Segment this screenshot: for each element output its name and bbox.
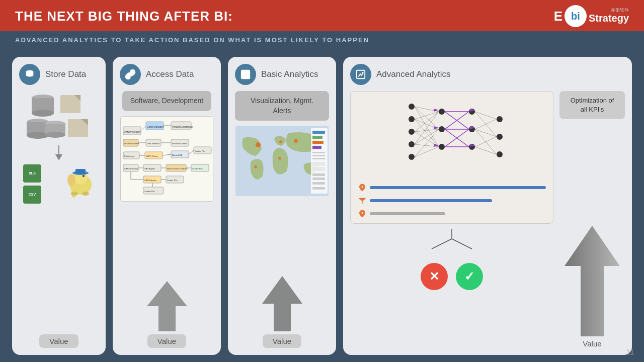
store-value-badge: Value bbox=[39, 334, 78, 348]
x-mark: ✕ bbox=[429, 269, 439, 284]
card-advanced-analytics: Advanced Analytics bbox=[343, 57, 632, 355]
store-data-label: Store Data bbox=[45, 69, 86, 79]
filter-icon-1 bbox=[358, 183, 367, 192]
svg-point-3 bbox=[32, 110, 54, 117]
filter-row-3 bbox=[358, 209, 546, 218]
access-arrow-svg bbox=[147, 281, 187, 331]
card-store-data: Store Data bbox=[12, 57, 106, 355]
world-map-svg bbox=[235, 126, 329, 196]
svg-text:Scatter Plot: Scatter Plot bbox=[192, 167, 203, 170]
svg-marker-146 bbox=[565, 226, 620, 336]
adv-left: ✕ ✓ bbox=[350, 91, 553, 348]
filter-row-1 bbox=[358, 183, 546, 192]
arrow-down-store bbox=[55, 145, 62, 160]
svg-rect-89 bbox=[312, 173, 325, 176]
svg-line-138 bbox=[475, 119, 497, 129]
elephant-svg bbox=[64, 167, 95, 202]
svg-point-107 bbox=[497, 134, 503, 140]
access-icon-circle bbox=[120, 64, 141, 85]
svg-rect-81 bbox=[312, 136, 323, 139]
logo-bi-circle: bi bbox=[565, 5, 587, 27]
card-access-data: Access Data Software, Development AMQP R… bbox=[113, 57, 221, 355]
adv-arrow-container: Value bbox=[565, 125, 620, 348]
svg-line-114 bbox=[415, 119, 439, 147]
nn-box bbox=[350, 91, 553, 224]
svg-point-74 bbox=[256, 142, 261, 147]
adv-right: Optimization of all KPI's Value bbox=[559, 91, 625, 348]
svg-point-11 bbox=[45, 132, 65, 138]
filter-icon-3 bbox=[358, 209, 367, 218]
basic-analytics-label: Basic Analytics bbox=[261, 69, 318, 79]
advanced-analytics-label: Advanced Analytics bbox=[376, 69, 450, 79]
svg-text:SAS Applier: SAS Applier bbox=[144, 167, 155, 170]
svg-rect-85 bbox=[312, 155, 325, 156]
filter-bar-short-3 bbox=[370, 212, 445, 215]
basic-value-badge: Value bbox=[263, 334, 301, 348]
svg-text:Interaction Table: Interaction Table bbox=[172, 142, 187, 145]
svg-text:ParallelCoordinate: ParallelCoordinate bbox=[172, 125, 193, 128]
svg-text:Scatter Plot: Scatter Plot bbox=[167, 179, 178, 182]
viz-map-container bbox=[235, 126, 329, 196]
main-title: THE NEXT BIG THING AFTER BI: bbox=[15, 9, 233, 24]
advanced-icon-circle bbox=[350, 64, 371, 85]
neural-net-svg bbox=[356, 97, 548, 177]
svg-text:Nominal Tree Predictor: Nominal Tree Predictor bbox=[167, 167, 188, 170]
svg-point-77 bbox=[254, 165, 257, 168]
svg-rect-82 bbox=[312, 141, 324, 144]
subtitle: ADVANCED ANALYTICS TO TAKE ACTION BASED … bbox=[0, 31, 644, 49]
basic-icon-circle bbox=[235, 64, 256, 85]
header: THE NEXT BIG THING AFTER BI: E bi 亦策软件 S… bbox=[0, 0, 644, 49]
svg-text:Scatter Plot: Scatter Plot bbox=[195, 150, 206, 152]
file-area: XLS CSV bbox=[19, 164, 99, 205]
decision-row: ✕ ✓ bbox=[421, 263, 483, 290]
basic-info-box: Visualization, Mgmt. Alerts bbox=[235, 91, 329, 121]
access-arrow-area: Value bbox=[120, 206, 214, 348]
svg-text:CAPS Applier: CAPS Applier bbox=[144, 179, 157, 182]
page-number: 11 bbox=[626, 348, 634, 356]
xls-icon-area: XLS bbox=[23, 164, 41, 183]
svg-line-145 bbox=[452, 239, 472, 249]
svg-line-48 bbox=[189, 150, 194, 154]
filter-icon-2 bbox=[358, 196, 367, 205]
svg-rect-87 bbox=[312, 162, 325, 166]
svg-rect-92 bbox=[312, 187, 325, 190]
cylinders-svg bbox=[20, 91, 98, 141]
svg-line-28 bbox=[141, 126, 146, 131]
svg-point-106 bbox=[497, 116, 503, 122]
decision-yes-icon: ✓ bbox=[456, 263, 483, 290]
network-diagram: AMQP Reader Code Manager ParallelCoordin… bbox=[120, 116, 213, 202]
check-mark: ✓ bbox=[464, 269, 474, 284]
svg-rect-90 bbox=[312, 177, 325, 180]
access-value-badge: Value bbox=[147, 334, 186, 348]
svg-rect-80 bbox=[312, 131, 325, 134]
logo-strategy: Strategy bbox=[589, 13, 629, 24]
svg-text:Media KDA: Media KDA bbox=[172, 154, 183, 156]
decision-no-icon: ✕ bbox=[421, 263, 448, 290]
svg-point-95 bbox=[409, 104, 415, 110]
svg-line-144 bbox=[432, 239, 452, 249]
cylinders-area bbox=[20, 91, 98, 141]
svg-line-47 bbox=[163, 154, 171, 155]
svg-text:CAPS Router: CAPS Router bbox=[146, 155, 158, 157]
csv-icon-area: CSV bbox=[23, 186, 41, 204]
optimization-box: Optimization of all KPI's bbox=[559, 91, 625, 119]
store-icon-circle bbox=[19, 64, 40, 85]
svg-line-121 bbox=[415, 129, 439, 157]
main-content: Store Data bbox=[0, 49, 644, 362]
svg-point-20 bbox=[71, 192, 78, 196]
svg-point-98 bbox=[409, 141, 415, 147]
card-basic-analytics: Basic Analytics Visualization, Mgmt. Ale… bbox=[228, 57, 336, 355]
logo-chinese: 亦策软件 bbox=[589, 8, 629, 13]
svg-point-102 bbox=[439, 144, 445, 150]
svg-marker-70 bbox=[147, 281, 187, 331]
card-header-access: Access Data bbox=[120, 64, 214, 85]
svg-rect-84 bbox=[312, 152, 325, 153]
hadoop-elephant bbox=[64, 167, 95, 204]
card-header-basic: Basic Analytics bbox=[235, 64, 329, 85]
decision-branch-svg bbox=[419, 229, 485, 254]
svg-text:Code Manager: Code Manager bbox=[147, 125, 164, 128]
filter-bar-medium-2 bbox=[370, 199, 492, 202]
chart-icon bbox=[240, 69, 251, 80]
svg-text:Scatter Plot: Scatter Plot bbox=[144, 190, 155, 193]
svg-point-96 bbox=[409, 116, 415, 122]
